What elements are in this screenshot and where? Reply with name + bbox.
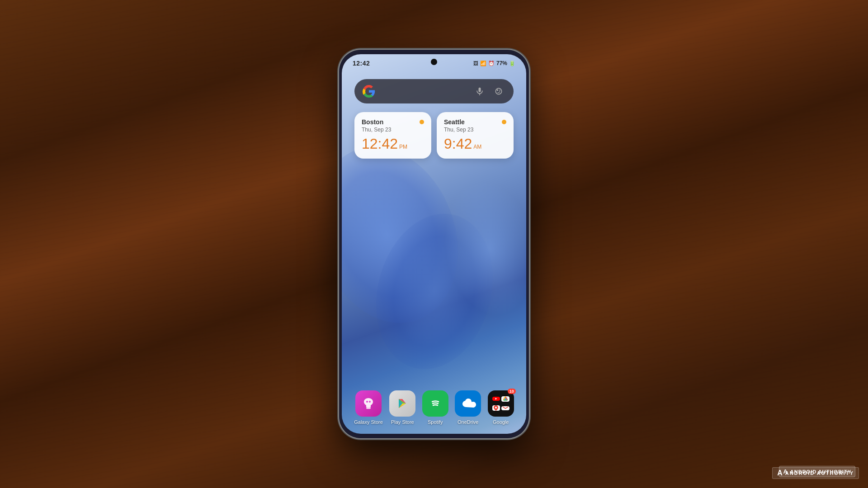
seattle-time: 9:42 AM [444,136,506,152]
svg-point-3 [497,89,498,91]
app-item-play-store[interactable]: Play Store [389,390,415,425]
app-item-google[interactable]: 10 [488,390,514,425]
onedrive-label: OneDrive [458,419,478,425]
app-item-galaxy-store[interactable]: Galaxy Store [354,390,383,425]
seattle-date: Thu, Sep 23 [444,127,506,133]
boston-time-value: 12:42 [362,136,398,152]
google-folder-icon [488,390,514,417]
boston-time: 12:42 PM [362,136,424,152]
svg-rect-4 [366,407,371,409]
battery-level: 77% [496,60,507,66]
seattle-weather-widget[interactable]: Seattle Thu, Sep 23 9:42 AM [437,112,514,159]
android-authority-watermark: A ANDROID AUTHORITY [772,467,859,479]
phone-screen: 12:42 🖼 📶 ⏰ 77% 🔋 [342,54,526,434]
spotify-icon [422,390,448,417]
svg-point-2 [495,88,501,94]
signal-icon: 📶 [480,61,486,66]
voice-search-icon[interactable] [473,84,486,98]
seattle-city-name: Seattle [444,118,465,126]
spotify-icon-wrapper [422,390,448,417]
galaxy-store-icon [355,390,382,417]
spotify-label: Spotify [428,419,443,425]
google-label: Google [493,419,509,425]
seattle-sun-indicator [502,120,506,124]
play-store-label: Play Store [391,419,414,425]
boston-city-row: Boston [362,118,424,126]
camera-notch [431,59,437,65]
seattle-ampm: AM [473,144,481,150]
widgets-row: Boston Thu, Sep 23 12:42 PM Seattle [354,112,514,159]
google-badge: 10 [508,389,516,394]
google-search-bar[interactable] [354,79,514,103]
svg-rect-0 [479,88,481,92]
google-icon-wrapper: 10 [488,390,514,417]
google-g-icon [363,85,375,98]
boston-ampm: PM [399,144,407,150]
boston-sun-indicator [420,120,424,124]
lens-search-icon[interactable] [492,84,505,98]
phone-wrapper: 12:42 🖼 📶 ⏰ 77% 🔋 [339,50,529,438]
boston-city-name: Boston [362,118,383,126]
boston-weather-widget[interactable]: Boston Thu, Sep 23 12:42 PM [354,112,431,159]
app-dock: Galaxy Store [351,390,517,425]
alarm-icon: ⏰ [488,61,495,66]
app-item-spotify[interactable]: Spotify [422,390,448,425]
onedrive-icon-wrapper [455,390,481,417]
galaxy-store-icon-wrapper [355,390,382,417]
aa-logo-letter: A [777,469,783,477]
svg-point-14 [495,407,497,408]
seattle-city-row: Seattle [444,118,506,126]
galaxy-store-label: Galaxy Store [354,419,383,425]
status-icons: 🖼 📶 ⏰ 77% 🔋 [473,60,515,66]
boston-date: Thu, Sep 23 [362,127,424,133]
battery-icon: 🔋 [509,61,515,66]
play-store-icon-wrapper [389,390,415,417]
play-store-icon [389,390,415,417]
onedrive-icon [455,390,481,417]
status-time: 12:42 [353,60,370,67]
svg-point-6 [369,401,371,403]
phone-body: 12:42 🖼 📶 ⏰ 77% 🔋 [339,50,529,438]
app-item-onedrive[interactable]: OneDrive [455,390,481,425]
seattle-time-value: 9:42 [444,136,472,152]
aa-brand-text: ANDROID AUTHORITY [785,470,854,476]
gallery-icon: 🖼 [473,61,478,66]
svg-point-5 [366,401,368,403]
